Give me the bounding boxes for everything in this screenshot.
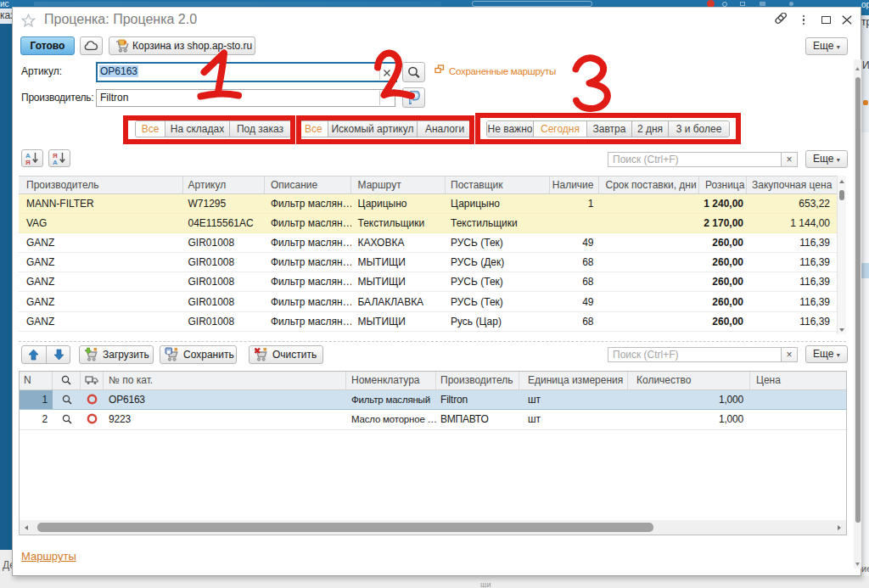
svg-text:Я: Я xyxy=(25,159,31,165)
svg-text:А: А xyxy=(53,159,58,165)
